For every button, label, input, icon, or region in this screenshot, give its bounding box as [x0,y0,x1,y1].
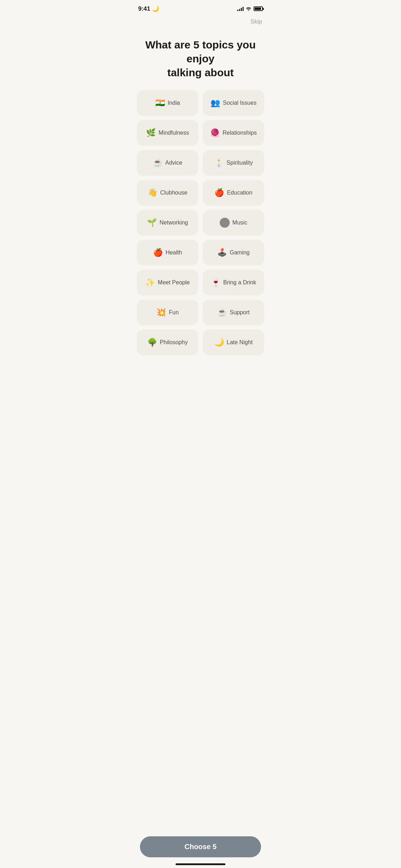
topic-spirituality[interactable]: 🕯️ Spirituality [203,150,264,176]
topic-emoji-networking: 🌱 [147,218,157,227]
topic-fun[interactable]: 💥 Fun [137,300,198,325]
title-section: What are 5 topics you enjoy talking abou… [131,27,270,90]
signal-icon [237,7,244,11]
topic-education[interactable]: 🍎 Education [203,180,264,206]
topic-health[interactable]: 🍎 Health [137,240,198,265]
topic-emoji-social-issues: 👥 [210,98,220,108]
topic-label-education: Education [227,190,252,196]
status-time: 9:41 🌙 [138,5,159,12]
topic-label-mindfulness: Mindfulness [158,130,189,136]
topic-india[interactable]: 🇮🇳 India [137,90,198,116]
topic-emoji-meet-people: ✨ [145,278,155,287]
topic-label-fun: Fun [169,309,179,316]
topic-social-issues[interactable]: 👥 Social Issues [203,90,264,116]
topic-emoji-relationships: 🧶 [210,128,220,138]
page-title: What are 5 topics you enjoy talking abou… [142,38,259,79]
topic-music[interactable]: Music [203,210,264,236]
topic-label-philosophy: Philosophy [160,339,188,346]
topic-bring-a-drink[interactable]: 🍷 Bring a Drink [203,270,264,295]
svg-point-0 [248,10,249,10]
topic-mindfulness[interactable]: 🌿 Mindfulness [137,120,198,146]
topic-label-relationships: Relationships [223,130,257,136]
topic-label-support: Support [230,309,250,316]
status-icons [237,6,263,12]
topic-support[interactable]: ☕ Support [203,300,264,325]
topic-label-late-night: Late Night [227,339,253,346]
wifi-icon [246,6,251,12]
topic-meet-people[interactable]: ✨ Meet People [137,270,198,295]
topic-emoji-fun: 💥 [156,308,166,317]
topic-label-networking: Networking [160,219,188,226]
topic-clubhouse[interactable]: 👋 Clubhouse [137,180,198,206]
topic-emoji-bring-a-drink: 🍷 [211,278,220,287]
battery-icon [254,6,263,11]
topic-label-meet-people: Meet People [158,279,190,286]
topic-philosophy[interactable]: 🌳 Philosophy [137,330,198,355]
topic-late-night[interactable]: 🌙 Late Night [203,330,264,355]
topic-relationships[interactable]: 🧶 Relationships [203,120,264,146]
topic-emoji-mindfulness: 🌿 [146,128,156,138]
moon-icon: 🌙 [152,5,159,12]
topic-advice[interactable]: ☕ Advice [137,150,198,176]
topic-emoji-music [220,218,230,228]
topic-emoji-advice: ☕ [153,158,162,167]
topic-networking[interactable]: 🌱 Networking [137,210,198,236]
topic-label-india: India [168,100,180,106]
topic-emoji-support: ☕ [217,308,227,317]
topics-grid: 🇮🇳 India 👥 Social Issues 🌿 Mindfulness 🧶… [131,90,270,391]
topic-label-gaming: Gaming [230,249,250,256]
skip-label: Skip [250,18,262,25]
skip-button[interactable]: Skip [131,15,270,27]
time-text: 9:41 [138,5,150,12]
topic-gaming[interactable]: 🕹️ Gaming [203,240,264,265]
topic-emoji-philosophy: 🌳 [147,338,157,347]
topic-label-advice: Advice [165,160,182,166]
topic-emoji-india: 🇮🇳 [155,98,165,108]
topic-label-spirituality: Spirituality [226,160,253,166]
topic-emoji-spirituality: 🕯️ [214,158,224,167]
topic-emoji-gaming: 🕹️ [217,248,227,257]
status-bar: 9:41 🌙 [131,0,270,15]
topic-emoji-education: 🍎 [214,188,224,197]
topic-label-clubhouse: Clubhouse [160,190,188,196]
topic-label-bring-a-drink: Bring a Drink [223,279,256,286]
topic-emoji-late-night: 🌙 [214,338,224,347]
topic-label-music: Music [233,219,248,226]
topic-emoji-clubhouse: 👋 [148,188,157,197]
topic-label-health: Health [166,249,182,256]
topic-label-social-issues: Social Issues [223,100,256,106]
topic-emoji-health: 🍎 [153,248,163,257]
